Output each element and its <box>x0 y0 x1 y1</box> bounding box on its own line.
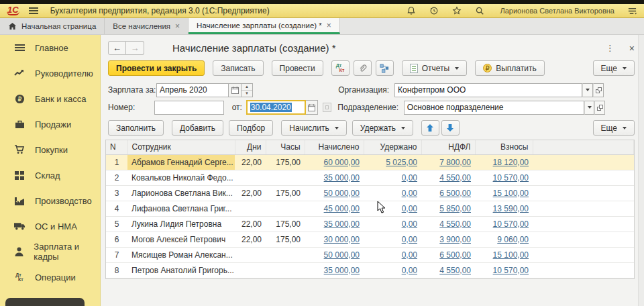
ndfl-link[interactable]: 4 550,00 <box>439 219 471 229</box>
cell-hours[interactable] <box>266 247 305 262</box>
cell-employee[interactable]: Ларионова Светлана Вик... <box>127 185 235 201</box>
current-user-name[interactable]: Ларионова Светлана Викторовна <box>500 7 614 15</box>
cell-employee[interactable]: Могов Алексей Петрович <box>127 232 235 247</box>
move-down-button[interactable] <box>441 120 460 136</box>
cell-days[interactable]: 22,00 <box>235 216 266 232</box>
cell-employee[interactable]: Мясищев Роман Алексан... <box>127 247 235 262</box>
cell-hours[interactable] <box>266 170 305 185</box>
ndfl-link[interactable]: 4 550,00 <box>439 173 471 183</box>
ndfl-link[interactable]: 4 550,00 <box>439 266 471 275</box>
contrib-link[interactable]: 15 100,00 <box>493 250 529 260</box>
cell-n[interactable]: 8 <box>106 262 127 278</box>
post-and-close-button[interactable]: Провести и закрыть <box>108 60 205 76</box>
date-field[interactable]: 30.04.2020 <box>246 100 306 115</box>
accrued-link[interactable]: 45 000,00 <box>324 204 360 213</box>
col-hours[interactable]: Часы <box>266 140 305 154</box>
sidebar-item-sales[interactable]: Продажи <box>0 111 100 137</box>
tab-home[interactable]: Начальная страница <box>0 18 105 34</box>
cell-days[interactable]: 22,00 <box>235 185 266 201</box>
sidebar-item-fixed-assets[interactable]: ОС и НМА <box>0 213 100 239</box>
pick-button[interactable]: Подбор <box>229 120 273 136</box>
sidebar-item-manager[interactable]: Руководителю <box>0 60 100 86</box>
add-button[interactable]: Добавить <box>172 120 223 136</box>
history-icon[interactable] <box>429 5 439 16</box>
organization-dropdown-icon[interactable] <box>582 83 593 97</box>
cell-employee[interactable]: Лукина Лидия Петровна <box>127 216 235 232</box>
cell-days[interactable]: 22,00 <box>235 232 266 247</box>
accrued-link[interactable]: 60 000,00 <box>324 158 360 167</box>
sidebar-item-warehouse[interactable]: Склад <box>0 162 100 188</box>
ndfl-link[interactable]: 3 900,00 <box>439 235 471 244</box>
cell-hours[interactable]: 175,00 <box>266 232 305 247</box>
col-n[interactable]: N <box>106 140 127 154</box>
organization-open-icon[interactable] <box>593 83 604 97</box>
search-icon[interactable] <box>474 5 485 16</box>
show-postings-button[interactable]: ДтКт <box>331 60 350 76</box>
cell-hours[interactable] <box>266 201 305 216</box>
withheld-link[interactable]: 0,00 <box>402 219 417 229</box>
cell-employee[interactable]: Ковальков Николай Федо... <box>127 170 235 185</box>
withheld-link[interactable]: 0,00 <box>402 204 417 213</box>
withheld-link[interactable]: 0,00 <box>402 235 417 244</box>
department-field[interactable]: Основное подразделение <box>404 101 584 115</box>
main-menu-icon[interactable] <box>29 7 38 14</box>
sidebar-item-purchases[interactable]: Покупки <box>0 137 100 162</box>
period-spinner[interactable]: ▲▼ <box>241 83 253 97</box>
tab-close-icon[interactable]: × <box>175 21 180 31</box>
col-ndfl[interactable]: НДФЛ <box>421 140 475 154</box>
nav-forward-button[interactable]: → <box>126 41 144 55</box>
contrib-link[interactable]: 10 570,00 <box>493 266 529 275</box>
ndfl-link[interactable]: 5 850,00 <box>439 204 471 213</box>
contrib-link[interactable]: 10 570,00 <box>493 173 529 183</box>
accrue-button[interactable]: Начислить <box>281 120 346 136</box>
cell-n[interactable]: 6 <box>106 232 127 247</box>
cell-hours[interactable] <box>266 262 305 278</box>
cell-days[interactable] <box>235 201 266 216</box>
col-employee[interactable]: Сотрудник <box>127 140 235 154</box>
scrollbar-track[interactable] <box>638 35 644 306</box>
withheld-link[interactable]: 5 025,00 <box>386 158 417 167</box>
cell-n[interactable]: 7 <box>106 247 127 262</box>
cell-days[interactable] <box>235 170 266 185</box>
withheld-link[interactable]: 0,00 <box>402 250 417 260</box>
attachments-button[interactable] <box>354 60 372 76</box>
contrib-link[interactable]: 9 060,00 <box>497 235 529 244</box>
col-contrib[interactable]: Взносы <box>475 140 533 154</box>
cell-employee[interactable]: Петров Анатолий Григорь... <box>127 262 235 278</box>
ndfl-link[interactable]: 6 500,00 <box>439 189 471 198</box>
date-calendar-icon[interactable] <box>306 100 318 115</box>
notifications-bell-icon[interactable] <box>406 5 417 16</box>
organization-field[interactable]: Конфетпром ООО <box>394 83 582 97</box>
accrued-link[interactable]: 30 000,00 <box>324 235 360 244</box>
department-dropdown-icon[interactable] <box>584 101 594 115</box>
withheld-link[interactable]: 0,00 <box>402 173 417 183</box>
move-up-button[interactable] <box>421 120 439 136</box>
tab-all-accruals[interactable]: Все начисления × <box>105 18 189 34</box>
document-structure-button[interactable] <box>376 60 394 76</box>
doc-close-icon[interactable]: × <box>629 43 635 54</box>
cell-n[interactable]: 4 <box>106 201 127 216</box>
calendar-icon[interactable] <box>229 83 241 97</box>
salary-period-field[interactable]: Апрель 2020 <box>156 83 229 97</box>
col-days[interactable]: Дни <box>235 140 266 154</box>
col-withheld[interactable]: Удержано <box>364 140 421 154</box>
ndfl-link[interactable]: 6 500,00 <box>439 250 471 260</box>
withheld-link[interactable]: 0,00 <box>402 189 417 198</box>
cell-hours[interactable]: 175,00 <box>266 154 305 170</box>
cell-days[interactable]: 22,00 <box>235 154 266 170</box>
sidebar-item-operations[interactable]: Дт Кт Операции <box>0 264 100 290</box>
cell-employee[interactable]: Абрамов Геннадий Серге... <box>127 154 235 170</box>
accrued-link[interactable]: 50 000,00 <box>324 189 360 198</box>
accrued-link[interactable]: 35 000,00 <box>324 266 360 275</box>
service-menu-icon[interactable] <box>627 5 637 16</box>
cell-n[interactable]: 3 <box>106 185 127 201</box>
cell-n[interactable]: 2 <box>106 170 127 185</box>
withhold-button[interactable]: Удержать <box>352 120 413 136</box>
cell-hours[interactable]: 175,00 <box>266 185 305 201</box>
cell-employee[interactable]: Лифанова Светлана Григ... <box>127 201 235 216</box>
cell-n[interactable]: 1 <box>106 154 127 170</box>
cell-hours[interactable]: 175,00 <box>266 216 305 232</box>
cell-days[interactable] <box>235 262 266 278</box>
fill-button[interactable]: Заполнить <box>108 120 164 136</box>
accrued-link[interactable]: 35 000,00 <box>324 219 360 229</box>
